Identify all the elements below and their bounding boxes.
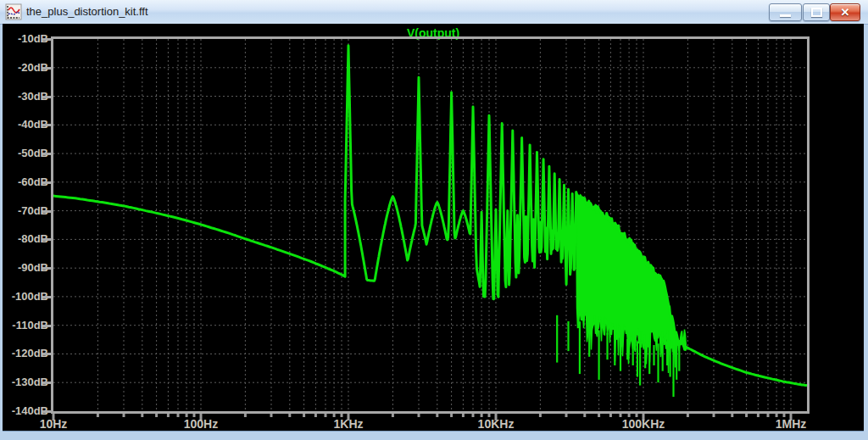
window-frame-edge bbox=[3, 431, 864, 432]
y-axis-tick bbox=[42, 238, 52, 241]
y-axis-tick bbox=[42, 38, 52, 41]
y-axis-tick bbox=[42, 153, 52, 155]
x-axis-label: 1KHz bbox=[313, 417, 384, 431]
close-icon: ✕ bbox=[841, 5, 850, 19]
y-axis-tick bbox=[42, 96, 52, 98]
y-axis-tick bbox=[42, 67, 52, 70]
minimize-icon bbox=[780, 14, 791, 17]
maximize-button[interactable] bbox=[803, 3, 830, 21]
x-axis-label: 100KHz bbox=[608, 417, 679, 431]
close-button[interactable]: ✕ bbox=[830, 3, 860, 21]
maximize-icon bbox=[811, 8, 822, 17]
title-bar[interactable]: the_plus_distortion_kit.fft ✕ bbox=[0, 0, 868, 25]
fft-plot-window: the_plus_distortion_kit.fft ✕ V(output) … bbox=[0, 0, 868, 440]
x-axis-label: 100Hz bbox=[165, 417, 236, 431]
window-title: the_plus_distortion_kit.fft bbox=[26, 5, 148, 18]
plot-client-area[interactable]: V(output) -10dB-20dB-30dB-40dB-50dB-60dB… bbox=[3, 24, 864, 432]
y-axis-tick bbox=[42, 210, 52, 213]
y-axis-tick bbox=[42, 181, 52, 184]
y-axis-tick bbox=[42, 353, 52, 355]
y-axis-tick bbox=[42, 267, 52, 270]
x-axis-label: 1MHz bbox=[755, 417, 826, 431]
y-axis-tick bbox=[42, 325, 52, 327]
plot-canvas[interactable] bbox=[53, 39, 807, 411]
y-axis-tick bbox=[42, 410, 52, 413]
minimize-button[interactable] bbox=[769, 3, 802, 21]
y-axis-tick bbox=[42, 382, 52, 384]
waveform-icon bbox=[5, 3, 22, 20]
y-axis-tick bbox=[42, 296, 52, 298]
y-axis-tick bbox=[42, 124, 52, 126]
x-axis-label: 10KHz bbox=[460, 417, 531, 431]
x-axis-label: 10Hz bbox=[18, 417, 89, 431]
